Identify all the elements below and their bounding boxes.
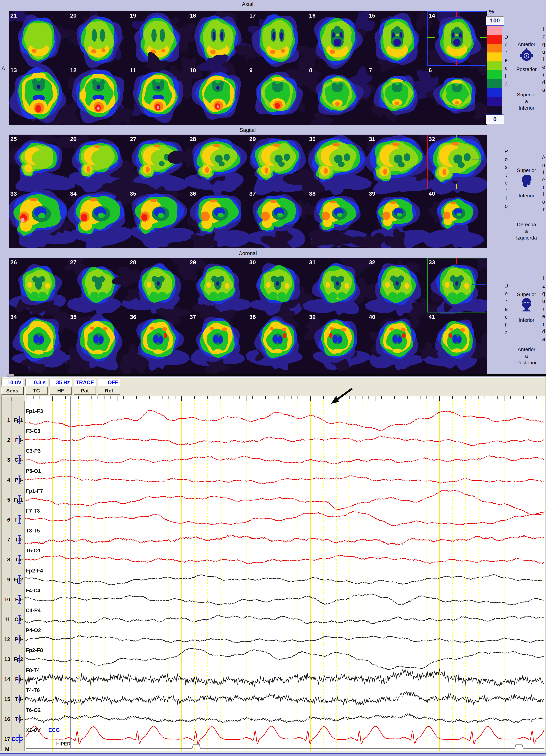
channel-electrode-label[interactable]: Fp1 <box>12 497 23 503</box>
channel-slider-ibeam-icon[interactable] <box>18 635 21 643</box>
selected-slice-box[interactable] <box>427 258 486 312</box>
slice-number[interactable]: 32 <box>369 259 375 266</box>
channel-electrode-label[interactable]: P4- <box>12 636 23 642</box>
channel-electrode-label[interactable]: Fp2 <box>12 577 23 583</box>
slice-number[interactable]: 37 <box>190 314 196 320</box>
slice-number[interactable]: 36 <box>190 190 196 197</box>
toolbar-button-ref[interactable]: Ref <box>98 387 120 395</box>
selected-slice-box[interactable] <box>427 11 486 66</box>
toolbar-value-sens[interactable]: 10 uV <box>1 379 23 386</box>
slice-number[interactable]: 39 <box>309 314 316 320</box>
slice-number[interactable]: 20 <box>70 12 76 19</box>
channel-slider-ibeam-icon[interactable] <box>18 555 21 564</box>
channel-slider-ibeam-icon[interactable] <box>18 715 21 723</box>
channel-electrode-label[interactable]: C3- <box>12 457 23 463</box>
slice-number[interactable]: 33 <box>10 190 17 197</box>
slice-number[interactable]: 7 <box>369 67 372 74</box>
channel-slider-ibeam-icon[interactable] <box>18 495 21 504</box>
slice-number[interactable]: 28 <box>190 136 196 142</box>
channel-slider-ibeam-icon[interactable] <box>18 476 21 484</box>
slice-number[interactable]: 34 <box>70 190 76 197</box>
channel-electrode-label[interactable]: F7- <box>12 517 23 523</box>
channel-electrode-label[interactable]: F4- <box>12 597 23 603</box>
scale-max-box[interactable]: 100 <box>486 16 504 26</box>
slice-number[interactable]: 13 <box>10 67 17 74</box>
slice-number[interactable]: 30 <box>249 259 256 266</box>
toolbar-value-pat[interactable]: TRACE <box>74 379 96 386</box>
coronal-slices-canvas[interactable] <box>9 258 487 374</box>
slice-number[interactable]: 6 <box>429 67 432 74</box>
channel-electrode-label[interactable]: C4- <box>12 617 23 623</box>
axial-slices-canvas[interactable] <box>9 11 487 125</box>
slice-number[interactable]: 39 <box>369 190 375 197</box>
toolbar-button-pat[interactable]: Pat <box>74 387 96 395</box>
slice-number[interactable]: 35 <box>130 190 136 197</box>
channel-slider-ibeam-icon[interactable] <box>18 595 21 604</box>
slice-number[interactable]: 10 <box>190 67 196 74</box>
channel-slider-ibeam-icon[interactable] <box>18 515 21 524</box>
slice-number[interactable]: 8 <box>309 67 312 74</box>
slice-number[interactable]: 28 <box>130 259 136 266</box>
toolbar-value-hf[interactable]: 35 Hz <box>50 379 72 386</box>
slice-number[interactable]: 38 <box>309 190 316 197</box>
slice-number[interactable]: 11 <box>130 67 136 74</box>
slice-number[interactable]: 18 <box>190 12 196 19</box>
channel-slider-ibeam-icon[interactable] <box>18 436 21 444</box>
slice-number[interactable]: 31 <box>309 259 316 266</box>
sagital-slices-canvas[interactable] <box>9 135 487 248</box>
slice-number[interactable]: 26 <box>70 136 76 142</box>
scale-min-box[interactable]: 0 <box>486 114 504 124</box>
channel-electrode-label[interactable]: Fp1 <box>12 417 23 423</box>
slice-number[interactable]: 25 <box>10 136 17 142</box>
slice-number[interactable]: 27 <box>130 136 136 142</box>
slice-number[interactable]: 36 <box>130 314 136 320</box>
slice-number[interactable]: 31 <box>369 136 375 142</box>
slice-number[interactable]: 34 <box>10 314 17 320</box>
slice-number[interactable]: 35 <box>70 314 76 320</box>
slice-direction-label: a <box>525 98 528 104</box>
slice-number[interactable]: 40 <box>429 190 435 197</box>
channel-slider-ibeam-icon[interactable] <box>18 416 21 424</box>
channel-electrode-label[interactable]: T3- <box>12 537 23 543</box>
selected-slice-box[interactable] <box>427 135 486 189</box>
toolbar-button-hf[interactable]: HF <box>50 387 72 395</box>
slice-number[interactable]: 26 <box>10 259 17 266</box>
slice-number[interactable]: 41 <box>429 314 435 320</box>
channel-slider-ibeam-icon[interactable] <box>18 455 21 464</box>
toolbar-button-sens[interactable]: Sens <box>1 387 23 395</box>
channel-electrode-label[interactable]: F8- <box>12 676 23 682</box>
eeg-trace-area[interactable] <box>25 396 545 751</box>
channel-slider-ibeam-icon[interactable] <box>18 695 21 703</box>
channel-slider-ibeam-icon[interactable] <box>18 575 21 584</box>
channel-electrode-label[interactable]: F3- <box>12 437 23 443</box>
channel-slider-ibeam-icon[interactable] <box>18 655 21 663</box>
slice-number[interactable]: 15 <box>369 12 375 19</box>
slice-number[interactable]: 29 <box>249 136 256 142</box>
slice-number[interactable]: 21 <box>10 12 17 19</box>
slice-number[interactable]: 17 <box>249 12 256 19</box>
slice-number[interactable]: 30 <box>309 136 316 142</box>
slice-number[interactable]: 12 <box>70 67 76 74</box>
slice-number[interactable]: 16 <box>309 12 316 19</box>
slice-number[interactable]: 9 <box>249 67 253 74</box>
channel-electrode-label[interactable]: ECG <box>12 736 23 742</box>
toolbar-value-tc[interactable]: 0.3 s <box>25 379 48 386</box>
channel-slider-ibeam-icon[interactable] <box>18 735 21 743</box>
channel-electrode-label[interactable]: P3- <box>12 477 23 483</box>
channel-electrode-label[interactable]: Fp2 <box>12 656 23 662</box>
toolbar-button-tc[interactable]: TC <box>25 387 48 395</box>
channel-slider-ibeam-icon[interactable] <box>18 535 21 544</box>
toolbar-value-ref[interactable]: OFF <box>98 379 120 386</box>
slice-number[interactable]: 19 <box>130 12 136 19</box>
channel-electrode-label[interactable]: T5- <box>12 557 23 563</box>
channel-slider-ibeam-icon[interactable] <box>18 615 21 624</box>
channel-electrode-label[interactable]: T4- <box>12 696 23 702</box>
slice-number[interactable]: 27 <box>70 259 76 266</box>
channel-electrode-label[interactable]: T6- <box>12 716 23 722</box>
channel-slider-ibeam-icon[interactable] <box>18 675 21 683</box>
slice-number[interactable]: 40 <box>369 314 375 320</box>
slice-number[interactable]: 38 <box>249 314 256 320</box>
slice-number[interactable]: 37 <box>249 190 256 197</box>
slice-number[interactable]: 29 <box>190 259 196 266</box>
orientation-letter: u <box>542 297 545 305</box>
